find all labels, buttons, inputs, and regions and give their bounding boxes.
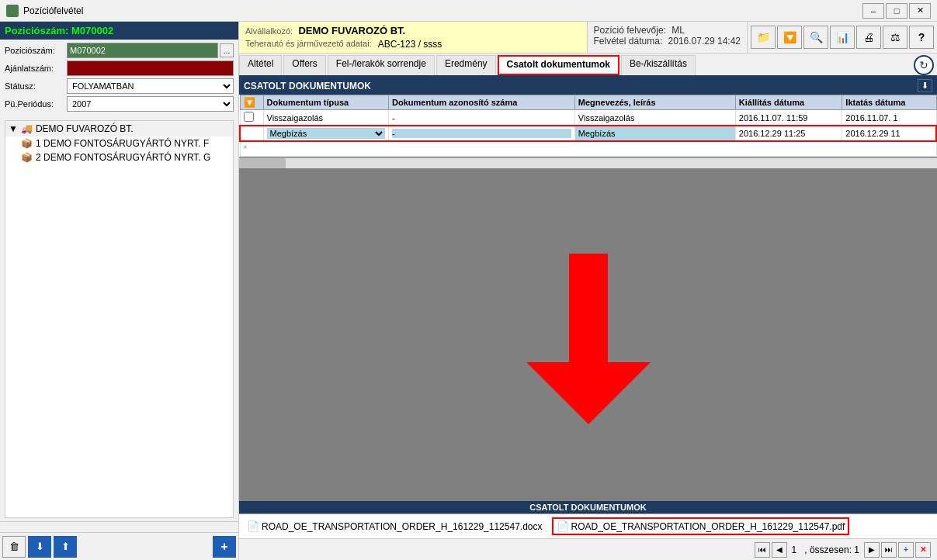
legal-button[interactable]: ⚖ <box>883 26 908 49</box>
delete-button[interactable]: 🗑 <box>2 536 26 558</box>
list-item[interactable]: 📦 2 DEMO FONTOSÁRUGYÁRTÓ NYRT. G <box>5 150 233 164</box>
tree-truck-icon: 🚚 <box>21 123 33 134</box>
page-total-label: , összesen: 1 <box>801 544 862 555</box>
main-container: Poziciószám: M070002 Poziciószám: ... Aj… <box>0 22 937 560</box>
col-megnevezes-header: Megnevezés, leírás <box>574 95 735 110</box>
felvetel-datum-value: 2016.07.29 14:42 <box>668 36 741 47</box>
pu-periodus-row: Pü.Periódus: 2007 <box>5 96 234 112</box>
down-arrow-graphic <box>511 238 666 432</box>
tab-be-kiszallitas[interactable]: Be-/kiszállítás <box>621 55 696 75</box>
print-button[interactable]: 🖨 <box>856 26 881 49</box>
row1-azonosito: - <box>389 110 575 126</box>
docx-filename: ROAD_OE_TRANSPORTATION_ORDER_H_161229_11… <box>262 521 543 532</box>
tab-bar: Altétel Offers Fel-/lerakók sorrendje Er… <box>239 54 937 77</box>
docx-file-icon: 📄 <box>247 520 259 532</box>
pdf-filename: ROAD_OE_TRANSPORTATION_ORDER_H_161229_11… <box>571 521 845 532</box>
page-next-button[interactable]: ▶ <box>864 542 880 558</box>
row1-check[interactable] <box>244 112 254 122</box>
page-first-button[interactable]: ⏮ <box>755 542 770 558</box>
tree-root: ▼ 🚚 DEMO FUVAROZÓ BT. <box>5 121 233 137</box>
right-toolbar: 📁 🔽 🔍 📊 🖨 ⚖ ? <box>747 22 937 53</box>
col-filter: 🔽 <box>240 95 263 110</box>
alv-block: Alvállalkozó: DEMO FUVAROZÓ BT. <box>245 25 405 36</box>
row2-checkbox[interactable] <box>240 126 263 141</box>
table-header-row: 🔽 Dokumentum típusa Dokumentum azonosító… <box>240 95 936 110</box>
page-last-button[interactable]: ⏭ <box>881 542 897 558</box>
svg-marker-1 <box>526 362 651 424</box>
row1-checkbox[interactable] <box>240 110 263 126</box>
excel-button[interactable]: 📊 <box>830 26 855 49</box>
maximize-button[interactable]: □ <box>886 3 908 19</box>
felvetel-datum-row: Felvétel dátuma: 2016.07.29 14:42 <box>594 36 741 47</box>
row2-kiallitas: 2016.12.29 11:25 <box>735 126 842 141</box>
tree-collapse-icon: ▼ <box>9 123 18 134</box>
add-record-button[interactable]: + <box>898 542 914 558</box>
bottom-doc-bar-title: CSATOLT DOKUMENTUMOK <box>239 501 937 513</box>
titlebar-buttons: – □ ✕ <box>862 3 931 19</box>
form-section: Poziciószám: ... Ajánlatszám: Státusz: F… <box>0 40 238 117</box>
download-button[interactable]: ⬇ <box>918 79 932 92</box>
ajanlat-label: Ajánlatszám: <box>5 64 67 73</box>
row2-iktatas: 2016.12.29 11 <box>842 126 936 141</box>
statusz-row: Státusz: FOLYAMATBAN <box>5 78 234 94</box>
row1-iktatas: 2016.11.07. 1 <box>842 110 936 126</box>
file-item-docx[interactable]: 📄 ROAD_OE_TRANSPORTATION_ORDER_H_161229_… <box>244 519 546 534</box>
close-button[interactable]: ✕ <box>909 3 931 19</box>
tree-item-1-label: 1 DEMO FONTOSÁRUGYÁRTÓ NYRT. F <box>36 138 209 149</box>
list-item[interactable]: 📦 1 DEMO FONTOSÁRUGYÁRTÓ NYRT. F <box>5 137 233 150</box>
tree-item-2-label: 2 DEMO FONTOSÁRUGYÁRTÓ NYRT. G <box>36 152 210 163</box>
refresh-button[interactable]: ↻ <box>914 55 934 75</box>
pozicioszam-picker-button[interactable]: ... <box>220 43 234 57</box>
arrow-area <box>239 168 937 501</box>
tree-package-icon: 📦 <box>21 138 33 149</box>
right-panel: Alvállalkozó: DEMO FUVAROZÓ BT. Teheraut… <box>239 22 937 560</box>
pozicioszam-row: Poziciószám: ... <box>5 43 234 58</box>
search-button[interactable]: 🔍 <box>803 26 828 49</box>
table-row[interactable]: Visszaigazolás - Visszaigazolás 2016.11.… <box>240 110 936 126</box>
add-button[interactable]: + <box>213 536 236 558</box>
tree-root-label: DEMO FUVAROZÓ BT. <box>36 123 134 134</box>
tab-offers[interactable]: Offers <box>283 55 325 75</box>
pozicioszam-label: Poziciószám: <box>5 46 67 55</box>
table-hscroll[interactable] <box>239 157 937 168</box>
azonosito-input[interactable] <box>392 129 571 138</box>
tab-csatolt[interactable]: Csatolt dokumentumok <box>498 55 619 75</box>
col-tipus-header: Dokumentum típusa <box>263 95 389 110</box>
ajanlat-row: Ajánlatszám: <box>5 60 234 76</box>
remove-record-button[interactable]: ✕ <box>915 542 931 558</box>
folder-button[interactable]: 📁 <box>751 26 776 49</box>
h-scroll <box>0 521 238 532</box>
document-table: 🔽 Dokumentum típusa Dokumentum azonosító… <box>239 95 937 157</box>
statusz-select[interactable]: FOLYAMATBAN <box>67 78 234 94</box>
doc-table-title: CSATOLT DOKUMENTUMOK <box>244 81 371 92</box>
help-button[interactable]: ? <box>909 26 934 49</box>
down-button[interactable]: ⬇ <box>28 536 51 558</box>
left-header: Poziciószám: M070002 <box>0 22 238 40</box>
tab-felrakodas[interactable]: Fel-/lerakók sorrendje <box>328 55 435 75</box>
row2-tipus[interactable]: Megbízás <box>263 126 389 141</box>
poz-info: Pozíció felvevője: ML Felvétel dátuma: 2… <box>587 22 747 53</box>
up-button[interactable]: ⬆ <box>54 536 77 558</box>
document-table-section: CSATOLT DOKUMENTUMOK ⬇ 🔽 Dokumentum típu… <box>239 77 937 168</box>
tab-eredmeny[interactable]: Eredmény <box>436 55 496 75</box>
table-row-new: * <box>240 141 936 157</box>
table-row[interactable]: Megbízás 2016.12.29 11:25 <box>240 126 936 141</box>
teher-block: Teherautó és járművezető adatai: ABC-123… <box>245 39 581 50</box>
minimize-button[interactable]: – <box>862 3 884 19</box>
tab-altetal[interactable]: Altétel <box>239 55 282 75</box>
pozicio-number-label: Poziciószám: M070002 <box>5 25 113 36</box>
pdf-file-icon: 📄 <box>557 520 569 532</box>
ajanlat-input[interactable] <box>67 60 234 76</box>
file-item-pdf[interactable]: 📄 ROAD_OE_TRANSPORTATION_ORDER_H_161229_… <box>552 517 850 535</box>
row2-azonosito[interactable] <box>389 126 575 141</box>
page-prev-button[interactable]: ◀ <box>772 542 787 558</box>
megnevezes-input[interactable] <box>578 129 732 138</box>
row1-tipus: Visszaigazolás <box>263 110 389 126</box>
row2-megnevezes[interactable] <box>574 126 735 141</box>
col-iktatas-header: Iktatás dátuma <box>842 95 936 110</box>
pozicioszam-input[interactable] <box>67 43 218 58</box>
pu-periodus-select[interactable]: 2007 <box>67 96 234 112</box>
filter-button[interactable]: 🔽 <box>777 26 802 49</box>
status-bar: ⏮ ◀ 1 , összesen: 1 ▶ ⏭ + ✕ <box>239 538 937 560</box>
tipus-select[interactable]: Megbízás <box>267 128 386 139</box>
